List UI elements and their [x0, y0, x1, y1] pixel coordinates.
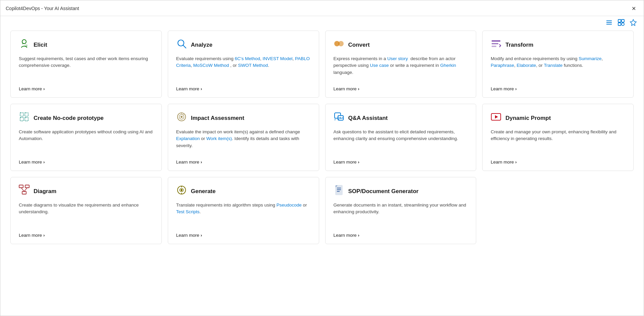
nocode-icon: [19, 111, 30, 125]
link-pseudocode[interactable]: Pseudocode: [277, 202, 302, 208]
card-elicit-header: ✓ Elicit: [19, 38, 153, 51]
svg-text:Q&A: Q&A: [337, 116, 344, 120]
card-convert: Convert Express requirements in a User s…: [325, 31, 477, 98]
title-bar: Copilot4DevOps - Your AI Assistant ✕: [0, 0, 644, 16]
svg-marker-29: [495, 115, 498, 119]
nocode-desc: Create software application prototypes w…: [19, 129, 153, 154]
dynamic-icon: [491, 111, 501, 125]
qa-learn-more[interactable]: Learn more ›: [334, 160, 468, 165]
nocode-learn-more[interactable]: Learn more ›: [19, 160, 153, 165]
diagram-icon: [19, 185, 30, 198]
link-summarize[interactable]: Summarize: [579, 56, 601, 61]
svg-point-7: [22, 40, 26, 44]
dynamic-learn-more[interactable]: Learn more ›: [491, 160, 625, 165]
pin-icon[interactable]: [630, 19, 637, 28]
analyze-title: Analyze: [191, 42, 212, 48]
link-elaborate[interactable]: Elaborate: [517, 63, 536, 68]
svg-rect-31: [25, 185, 29, 188]
card-diagram-header: Diagram: [19, 185, 153, 198]
card-generate-header: Generate: [176, 185, 311, 198]
svg-rect-15: [492, 43, 498, 44]
diagram-learn-more[interactable]: Learn more ›: [19, 233, 153, 238]
menu-icon[interactable]: [605, 19, 613, 28]
svg-rect-16: [492, 46, 496, 47]
generate-title: Generate: [191, 188, 216, 195]
elicit-learn-more[interactable]: Learn more ›: [19, 86, 153, 91]
convert-learn-more[interactable]: Learn more ›: [334, 86, 468, 91]
close-button[interactable]: ✕: [629, 4, 638, 13]
qa-icon: Q&A: [334, 111, 344, 125]
window-title: Copilot4DevOps - Your AI Assistant: [6, 6, 79, 11]
card-transform-header: Transform: [491, 38, 625, 51]
card-dynamic: Dynamic Prompt Create and manage your ow…: [482, 104, 634, 171]
sop-icon: [334, 185, 344, 198]
link-swot[interactable]: SWOT Method: [238, 63, 268, 68]
transform-learn-more[interactable]: Learn more ›: [491, 86, 625, 91]
impact-desc: Evaluate the impact on work item(s) agai…: [176, 129, 311, 154]
link-gherkin[interactable]: Gherkin: [440, 63, 456, 68]
svg-point-36: [181, 189, 183, 191]
link-usecase[interactable]: Use case: [370, 63, 389, 68]
svg-text:✓: ✓: [25, 45, 28, 48]
card-analyze-header: Analyze: [176, 38, 311, 51]
sop-title: SOP/Document Generator: [348, 188, 419, 195]
convert-desc: Express requirements in a User story des…: [334, 55, 468, 81]
nocode-title: Create No-code prototype: [34, 115, 104, 122]
svg-point-13: [338, 41, 344, 46]
card-nocode-header: Create No-code prototype: [19, 111, 153, 125]
card-elicit: ✓ Elicit Suggest requirements, test case…: [10, 31, 162, 98]
analyze-learn-more[interactable]: Learn more ›: [176, 86, 311, 91]
dynamic-title: Dynamic Prompt: [505, 115, 551, 122]
diagram-desc: Create diagrams to visualize the require…: [19, 202, 153, 227]
impact-icon: [176, 111, 187, 125]
link-userstory[interactable]: User story: [387, 56, 408, 61]
svg-rect-20: [25, 118, 28, 121]
card-nocode: Create No-code prototype Create software…: [10, 104, 162, 171]
card-analyze: Analyze Evaluate requirements using 6C's…: [168, 31, 319, 98]
card-impact: Impact Assessment Evaluate the impact on…: [168, 104, 319, 171]
svg-rect-3: [618, 19, 621, 22]
card-convert-header: Convert: [334, 38, 468, 51]
link-6c[interactable]: 6C's Method: [235, 56, 260, 61]
svg-rect-4: [622, 19, 624, 22]
svg-line-11: [183, 45, 186, 48]
card-impact-header: Impact Assessment: [176, 111, 311, 125]
qa-title: Q&A Assistant: [348, 115, 388, 122]
link-translate[interactable]: Translate: [544, 63, 562, 68]
svg-rect-5: [618, 23, 621, 26]
impact-learn-more[interactable]: Learn more ›: [176, 160, 311, 165]
generate-learn-more[interactable]: Learn more ›: [176, 233, 311, 238]
convert-icon: [334, 38, 344, 51]
analyze-desc: Evaluate requirements using 6C's Method,…: [176, 55, 311, 81]
link-invest[interactable]: INVEST Model: [263, 56, 293, 61]
card-qa: Q&A Q&A Assistant Ask questions to the a…: [325, 104, 477, 171]
sop-learn-more[interactable]: Learn more ›: [334, 233, 468, 238]
card-sop-header: SOP/Document Generator: [334, 185, 468, 198]
svg-point-6: [622, 23, 624, 26]
transform-icon: [491, 38, 501, 51]
link-moscow[interactable]: MoSCoW Method: [193, 63, 229, 68]
link-workitem[interactable]: Work item(s): [206, 136, 232, 141]
card-diagram: Diagram Create diagrams to visualize the…: [10, 177, 162, 244]
link-explanation[interactable]: Explanation: [176, 136, 200, 141]
svg-point-23: [181, 116, 183, 118]
card-qa-header: Q&A Q&A Assistant: [334, 111, 468, 125]
svg-rect-14: [492, 40, 500, 42]
qa-desc: Ask questions to the assistant to elicit…: [334, 129, 468, 154]
svg-rect-18: [25, 113, 28, 116]
toolbar: [0, 16, 644, 31]
window-controls: ✕: [629, 4, 638, 13]
link-paraphrase[interactable]: Paraphrase: [491, 63, 514, 68]
svg-rect-39: [336, 185, 342, 195]
settings-icon[interactable]: [617, 19, 625, 28]
link-testscripts[interactable]: Test Scripts: [176, 209, 200, 214]
analyze-icon: [176, 38, 187, 51]
impact-title: Impact Assessment: [191, 115, 244, 122]
svg-line-33: [21, 188, 24, 191]
svg-rect-32: [22, 191, 26, 194]
svg-rect-17: [20, 113, 23, 116]
dynamic-desc: Create and manage your own prompt, enhan…: [491, 129, 625, 154]
card-dynamic-header: Dynamic Prompt: [491, 111, 625, 125]
transform-desc: Modify and enhance requirements by using…: [491, 55, 625, 81]
card-sop: SOP/Document Generator Generate document…: [325, 177, 477, 244]
